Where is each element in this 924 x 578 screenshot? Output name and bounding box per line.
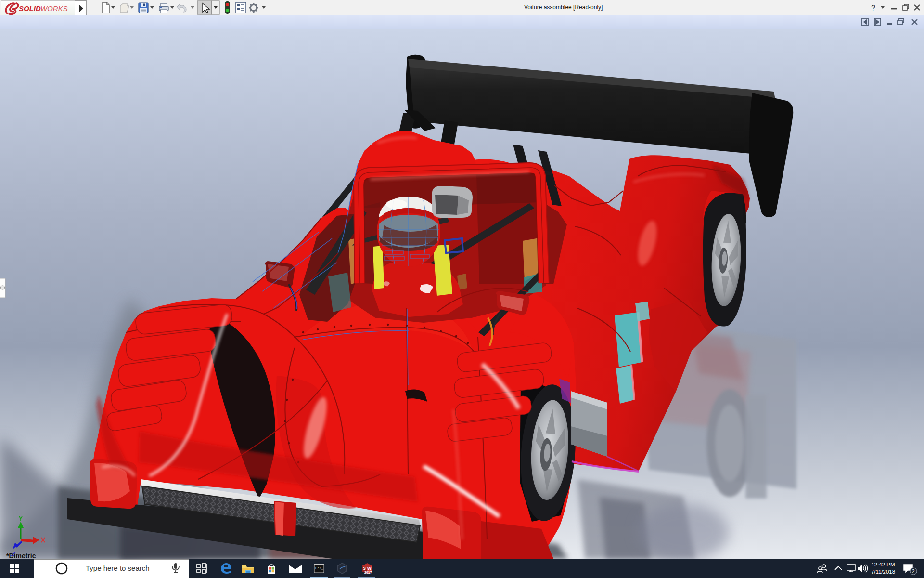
svg-text:2017: 2017 (364, 571, 372, 574)
svg-text:2: 2 (912, 569, 915, 574)
svg-text:WORKS: WORKS (40, 4, 68, 13)
svg-text:SOLID: SOLID (19, 4, 41, 13)
svg-text:S: S (363, 566, 366, 571)
svg-text:W: W (367, 566, 372, 571)
svg-text:?: ? (871, 4, 875, 12)
svg-text:C:\_: C:\_ (315, 566, 324, 570)
